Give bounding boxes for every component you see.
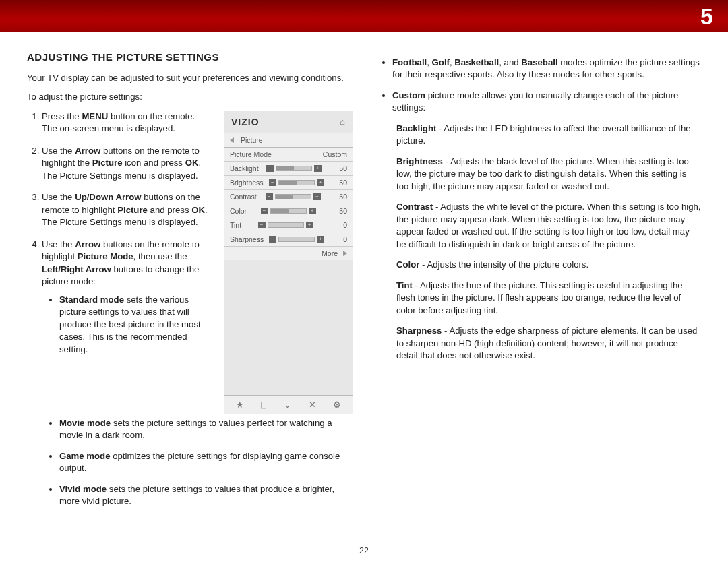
slider: −+ <box>266 193 321 200</box>
vizio-row-label: Backlight <box>230 164 259 173</box>
vizio-row-value: 50 <box>330 207 347 215</box>
vizio-row-label: Color <box>230 207 247 215</box>
vizio-row-value: 50 <box>330 179 347 187</box>
right-column: Football, Golf, Basketball, and Baseball… <box>375 51 701 516</box>
section-title: ADJUSTING THE PICTURE SETTINGS <box>27 51 353 63</box>
slider: −+ <box>258 222 313 228</box>
step-1: Press the MENU button on the remote. The… <box>42 111 212 135</box>
vizio-row-value: 0 <box>330 235 347 243</box>
lead-text: To adjust the picture settings: <box>27 91 353 103</box>
vizio-footer: ★ ⎕ ⌄ ✕ ⚙ <box>224 395 353 414</box>
page-number: 22 <box>359 546 369 555</box>
minus-icon: − <box>269 236 276 243</box>
slider: −+ <box>266 165 322 172</box>
mode-vivid: Vivid mode sets the picture settings to … <box>59 483 353 508</box>
minus-icon: − <box>269 179 276 186</box>
home-icon: ⌂ <box>340 117 346 127</box>
vizio-row: Backlight−+50 <box>224 162 353 176</box>
vizio-row: Sharpness−+0 <box>224 232 353 246</box>
mode-movie: Movie mode sets the picture settings to … <box>59 417 353 442</box>
vizio-row: Tint−+0 <box>224 218 353 232</box>
slider: −+ <box>269 179 324 186</box>
breadcrumb-label: Picture <box>241 136 263 144</box>
setting-tint: Tint - Adjusts the hue of the picture. T… <box>396 280 701 317</box>
vizio-row-value: 50 <box>330 164 347 173</box>
plus-icon: + <box>314 165 322 172</box>
more-label: More <box>322 249 338 257</box>
back-icon <box>230 137 234 143</box>
plus-icon: + <box>317 179 324 186</box>
steps-list: Press the MENU button on the remote. The… <box>27 111 212 356</box>
mode-sports: Football, Golf, Basketball, and Baseball… <box>392 57 701 82</box>
setting-contrast: Contrast - Adjusts the white level of th… <box>396 201 701 251</box>
intro-text: Your TV display can be adjusted to suit … <box>27 72 353 84</box>
left-column: ADJUSTING THE PICTURE SETTINGS Your TV d… <box>27 51 353 516</box>
setting-brightness: Brightness - Adjusts the black level of … <box>396 156 701 193</box>
close-icon: ✕ <box>309 400 316 410</box>
minus-icon: − <box>258 222 266 228</box>
vizio-row-value: Custom <box>323 150 347 158</box>
page-body: ADJUSTING THE PICTURE SETTINGS Your TV d… <box>0 32 728 516</box>
plus-icon: + <box>306 222 313 228</box>
mode-standard: Standard mode sets the various picture s… <box>59 294 212 356</box>
header-bar: 5 <box>0 0 728 32</box>
vizio-row: Picture ModeCustom <box>224 148 353 162</box>
vizio-row-value: 50 <box>330 193 347 201</box>
star-icon: ★ <box>236 400 244 410</box>
vizio-row-label: Contrast <box>230 193 257 201</box>
minus-icon: − <box>266 165 274 172</box>
chapter-number: 5 <box>700 3 713 30</box>
step-2: Use the Arrow buttons on the remote to h… <box>42 145 212 182</box>
vizio-brand: VIZIO <box>231 117 260 127</box>
vizio-row: Color−+50 <box>224 204 353 218</box>
mode-game: Game mode optimizes the picture settings… <box>59 450 353 475</box>
setting-sharpness: Sharpness - Adjusts the edge sharpness o… <box>396 325 701 362</box>
gear-icon: ⚙ <box>333 400 341 410</box>
vizio-row: Brightness−+50 <box>224 176 353 190</box>
vizio-row-label: Sharpness <box>230 235 264 243</box>
vizio-row-label: Tint <box>230 221 241 229</box>
plus-icon: + <box>313 193 321 200</box>
vizio-menu-illustration: VIZIO ⌂ Picture Picture ModeCustomBackli… <box>224 111 353 414</box>
vizio-row-value: 0 <box>330 221 347 229</box>
vizio-row-label: Picture Mode <box>230 150 272 158</box>
step-4: Use the Arrow buttons on the remote to h… <box>42 239 212 356</box>
chevron-down-icon: ⌄ <box>284 400 291 410</box>
slider: −+ <box>269 236 324 243</box>
slider: −+ <box>261 208 316 214</box>
plus-icon: + <box>309 208 316 214</box>
plus-icon: + <box>317 236 324 243</box>
vizio-row: Contrast−+50 <box>224 190 353 204</box>
minus-icon: − <box>261 208 268 214</box>
step-3: Use the Up/Down Arrow buttons on the rem… <box>42 191 212 228</box>
mode-custom: Custom picture mode allows you to manual… <box>392 90 701 115</box>
rect-icon: ⎕ <box>261 400 266 410</box>
more-icon <box>343 251 347 256</box>
vizio-row-label: Brightness <box>230 179 264 187</box>
setting-backlight: Backlight - Adjusts the LED brightness t… <box>396 123 701 148</box>
minus-icon: − <box>266 193 273 200</box>
setting-color: Color - Adjusts the intensity of the pic… <box>396 259 701 271</box>
